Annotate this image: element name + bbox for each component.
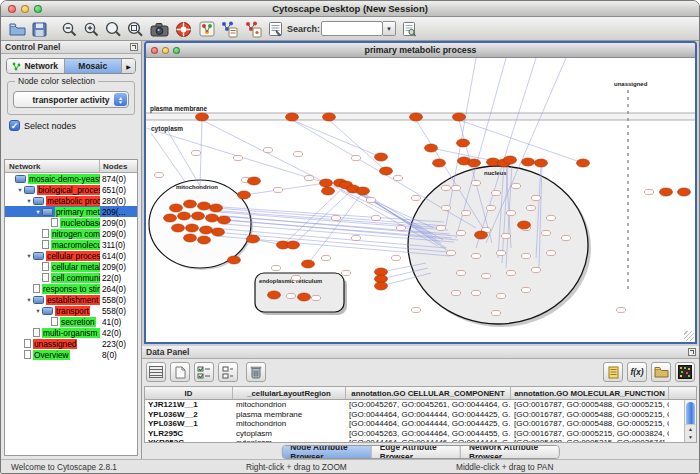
network-node-white[interactable] <box>456 230 465 235</box>
network-node-orange[interactable] <box>535 159 548 167</box>
network-node-orange[interactable] <box>298 293 311 301</box>
network-tree-row[interactable]: ▼establishment of lo558(0) <box>5 294 137 305</box>
save-icon[interactable] <box>29 19 49 39</box>
unselect-attributes-icon[interactable] <box>218 362 238 382</box>
network-node-orange[interactable] <box>357 187 370 195</box>
network-tree-row[interactable]: cellular metabo209(0) <box>5 261 137 272</box>
network-edge[interactable] <box>166 128 200 186</box>
scrollbar-arrows[interactable]: ▲▼ <box>685 424 696 442</box>
network-node-orange[interactable] <box>196 113 209 121</box>
node-color-attribute-select[interactable]: transporter activity ▲▼ <box>13 91 129 108</box>
network-node-orange[interactable] <box>198 202 211 210</box>
column-header-id[interactable]: ID <box>145 387 233 399</box>
network-node-white[interactable] <box>521 287 530 292</box>
network-tree-row[interactable]: nucleobase-209(0) <box>5 217 137 228</box>
open-icon[interactable] <box>7 19 27 39</box>
network-node-white[interactable] <box>411 307 420 312</box>
function-builder-icon[interactable]: f(x) <box>627 362 647 382</box>
network-node-white[interactable] <box>456 270 465 275</box>
tab-edge-attribute-browser[interactable]: Edge Attribute Browser <box>372 446 461 458</box>
attribute-matrix-icon[interactable] <box>146 362 166 382</box>
network-node-orange[interactable] <box>178 212 191 220</box>
network-view-title-bar[interactable]: primary metabolic process <box>146 43 695 58</box>
network-node-orange[interactable] <box>184 234 197 242</box>
tree-expander-icon[interactable]: ▼ <box>25 198 33 204</box>
network-node-orange[interactable] <box>577 159 590 167</box>
table-scrollbar[interactable]: ▲▼ <box>684 400 696 442</box>
network-node-white[interactable] <box>486 205 495 210</box>
network-node-orange[interactable] <box>218 216 231 224</box>
zoom-fit-icon[interactable] <box>103 19 123 39</box>
search-dropdown-button[interactable]: ▼ <box>383 21 396 36</box>
network-node-white[interactable] <box>291 275 300 280</box>
network-node-white[interactable] <box>451 290 460 295</box>
network-node-orange[interactable] <box>302 260 315 268</box>
network-node-orange[interactable] <box>248 177 261 185</box>
network-node-orange[interactable] <box>522 158 535 166</box>
table-row[interactable]: YJR121W__1mitochondrion[GO:0045267, GO:0… <box>145 400 696 410</box>
network-node-orange[interactable] <box>457 139 470 147</box>
select-nodes-checkbox[interactable]: ✓ <box>9 120 20 131</box>
network-node-orange[interactable] <box>453 113 466 121</box>
network-node-white[interactable] <box>273 187 282 192</box>
network-node-white[interactable] <box>393 175 402 180</box>
network-tree-row[interactable]: mosaic-demo-yeast874(0) <box>5 173 137 184</box>
network-node-white[interactable] <box>546 250 555 255</box>
select-attributes-icon[interactable] <box>194 362 214 382</box>
network-node-white[interactable] <box>511 183 520 188</box>
network-node-white[interactable] <box>341 270 350 275</box>
network-tree-row[interactable]: ▼transport558(0) <box>5 305 137 316</box>
float-panel-icon[interactable] <box>130 43 138 51</box>
import-file-icon[interactable] <box>651 362 671 382</box>
network-node-orange[interactable] <box>206 214 219 222</box>
network-node-white[interactable] <box>471 180 480 185</box>
tab-network-attribute-browser[interactable]: Network Attribute Browser <box>461 446 559 458</box>
network-node-white[interactable] <box>521 253 530 258</box>
column-header-region[interactable]: _cellularLayoutRegion <box>233 387 346 399</box>
tree-expander-icon[interactable]: ▼ <box>16 187 24 193</box>
network-node-white[interactable] <box>371 215 380 220</box>
tab-node-attribute-browser[interactable]: Node Attribute Browser <box>282 446 372 458</box>
network-node-white[interactable] <box>321 255 330 260</box>
table-row[interactable]: YPL036W__2plasma membrane[GO:0044464, GO… <box>145 410 696 420</box>
network-node-white[interactable] <box>496 250 505 255</box>
network-tree-row[interactable]: response to stimulu264(0) <box>5 283 137 294</box>
network-node-orange[interactable] <box>518 221 531 229</box>
network-node-white[interactable] <box>506 210 515 215</box>
network-node-white[interactable] <box>451 185 460 190</box>
network-node-orange[interactable] <box>375 282 388 290</box>
network-node-white[interactable] <box>526 205 535 210</box>
snapshot-icon[interactable] <box>149 19 169 39</box>
network-node-white[interactable] <box>446 250 455 255</box>
network-node-white[interactable] <box>546 215 555 220</box>
help-ring-icon[interactable] <box>173 19 193 39</box>
network-tree-row[interactable]: unassigned223(0) <box>5 338 137 349</box>
network-node-orange[interactable] <box>475 231 488 239</box>
network-merge-icon[interactable] <box>243 19 263 39</box>
network-node-orange[interactable] <box>678 188 691 196</box>
network-node-orange[interactable] <box>660 188 673 196</box>
column-header-cellular-component[interactable]: annotation.GO CELLULAR_COMPONENT <box>346 387 511 399</box>
select-nodes-row[interactable]: ✓ Select nodes <box>9 120 133 131</box>
data-panel-header[interactable]: Data Panel <box>142 346 699 359</box>
network-node-white[interactable] <box>531 195 540 200</box>
advanced-search-icon[interactable] <box>399 19 419 39</box>
network-node-white[interactable] <box>351 235 360 240</box>
network-node-orange[interactable] <box>410 113 423 121</box>
zoom-out-icon[interactable] <box>59 19 79 39</box>
network-tree-row[interactable]: ▼primary metabo209(... <box>5 206 137 217</box>
network-node-orange[interactable] <box>164 214 177 222</box>
network-node-white[interactable] <box>471 290 480 295</box>
network-node-orange[interactable] <box>184 200 197 208</box>
network-node-orange[interactable] <box>170 204 183 212</box>
network-node-orange[interactable] <box>320 179 333 187</box>
zoom-selected-icon[interactable] <box>125 19 145 39</box>
network-node-orange[interactable] <box>192 212 205 220</box>
network-tree-row[interactable]: multi-organism pro42(0) <box>5 327 137 338</box>
tab-network[interactable]: Network <box>7 59 65 73</box>
network-node-orange[interactable] <box>210 204 223 212</box>
annotation-icon[interactable] <box>265 19 285 39</box>
network-node-white[interactable] <box>271 265 280 270</box>
network-tree-row[interactable]: ▼biological_process651(0) <box>5 184 137 195</box>
network-node-white[interactable] <box>471 253 480 258</box>
